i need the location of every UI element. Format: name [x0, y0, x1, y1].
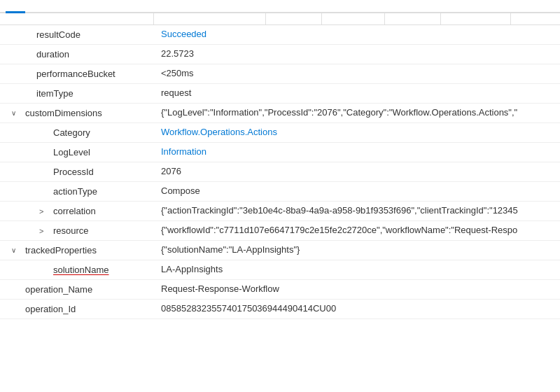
row-value: {"solutionName":"LA-AppInsights"}	[154, 241, 560, 260]
table-row: LogLevelInformation	[0, 143, 560, 162]
row-value: request	[154, 84, 560, 103]
row-key: Category	[0, 123, 154, 142]
row-key: correlation	[0, 202, 154, 220]
row-key-text: operation_Id	[25, 304, 76, 314]
row-value: Workflow.Operations.Actions	[154, 123, 560, 142]
row-key: actionType	[0, 182, 154, 201]
row-key-text: operation_Name	[25, 284, 92, 295]
col-duration	[511, 13, 560, 24]
col-timestamp	[0, 13, 154, 24]
table-row: itemTyperequest	[0, 84, 560, 104]
table-row: actionTypeCompose	[0, 182, 560, 202]
table-header	[0, 13, 560, 25]
table-row: ProcessId2076	[0, 162, 560, 182]
data-table: resultCodeSucceededduration22.5723perfor…	[0, 25, 560, 365]
row-key: resource	[0, 221, 154, 240]
row-key-text: duration	[36, 49, 69, 59]
table-row: operation_Id0858528323557401750369444904…	[0, 300, 560, 319]
row-key-text: resource	[53, 225, 89, 236]
col-id	[266, 13, 322, 24]
row-key-underlined: solutionName	[53, 265, 109, 275]
row-key-text: correlation	[53, 206, 96, 216]
row-key-text: performanceBucket	[36, 69, 115, 79]
row-value: {"actionTrackingId":"3eb10e4c-8ba9-4a9a-…	[154, 202, 560, 220]
table-row: resultCodeSucceeded	[0, 25, 560, 45]
row-value: LA-AppInsights	[154, 260, 560, 279]
row-key: trackedProperties	[0, 241, 154, 260]
table-row: performanceBucket<250ms	[0, 64, 560, 84]
table-row: solutionNameLA-AppInsights	[0, 260, 560, 280]
chevron-down-icon[interactable]	[11, 109, 21, 117]
row-key: ProcessId	[0, 162, 154, 181]
table-row: trackedProperties{"solutionName":"LA-App…	[0, 241, 560, 260]
row-value: Information	[154, 143, 560, 162]
chevron-right-icon[interactable]	[39, 207, 49, 216]
row-key: customDimensions	[0, 104, 154, 122]
table-row: resource{"workflowId":"c7711d107e6647179…	[0, 221, 560, 241]
chevron-down-icon[interactable]	[11, 246, 21, 254]
col-name	[322, 13, 385, 24]
table-row: correlation{"actionTrackingId":"3eb10e4c…	[0, 202, 560, 221]
row-key: performanceBucket	[0, 64, 154, 83]
chevron-right-icon[interactable]	[39, 227, 49, 235]
row-key: resultCode	[0, 25, 154, 44]
col-success	[385, 13, 441, 24]
row-key-text: itemType	[36, 88, 74, 99]
row-value: <250ms	[154, 64, 560, 83]
row-value: 085852832355740175036944490414CU00	[154, 300, 560, 318]
table-row: customDimensions{"LogLevel":"Information…	[0, 104, 560, 123]
row-key-text: ProcessId	[53, 167, 94, 177]
row-value: {"LogLevel":"Information","ProcessId":"2…	[154, 104, 560, 122]
table-row: CategoryWorkflow.Operations.Actions	[0, 123, 560, 143]
row-key: operation_Name	[0, 280, 154, 299]
col-tracked	[154, 13, 266, 24]
row-value: Compose	[154, 182, 560, 201]
row-key-text: Category	[53, 127, 90, 138]
row-key-text: customDimensions	[25, 108, 102, 118]
row-key-text: LogLevel	[53, 147, 90, 158]
row-key-text: trackedProperties	[25, 245, 97, 255]
row-value: Succeeded	[154, 25, 560, 44]
row-key-text: resultCode	[36, 29, 80, 40]
row-key: duration	[0, 45, 154, 64]
table-row: duration22.5723	[0, 45, 560, 64]
row-key: itemType	[0, 84, 154, 103]
table-row: operation_NameRequest-Response-Workflow	[0, 280, 560, 300]
col-resultcode	[441, 13, 511, 24]
row-key: solutionName	[0, 260, 154, 279]
row-key: operation_Id	[0, 300, 154, 318]
row-value: {"workflowId":"c7711d107e6647179c2e15fe2…	[154, 221, 560, 240]
row-value: 2076	[154, 162, 560, 181]
row-value: 22.5723	[154, 45, 560, 64]
row-value: Request-Response-Workflow	[154, 280, 560, 299]
tabs-container	[0, 0, 560, 13]
tab-bar	[0, 0, 560, 13]
tab-chart[interactable]	[25, 1, 45, 13]
tab-results[interactable]	[6, 1, 25, 13]
row-key-text: actionType	[53, 186, 97, 197]
row-key: LogLevel	[0, 143, 154, 162]
